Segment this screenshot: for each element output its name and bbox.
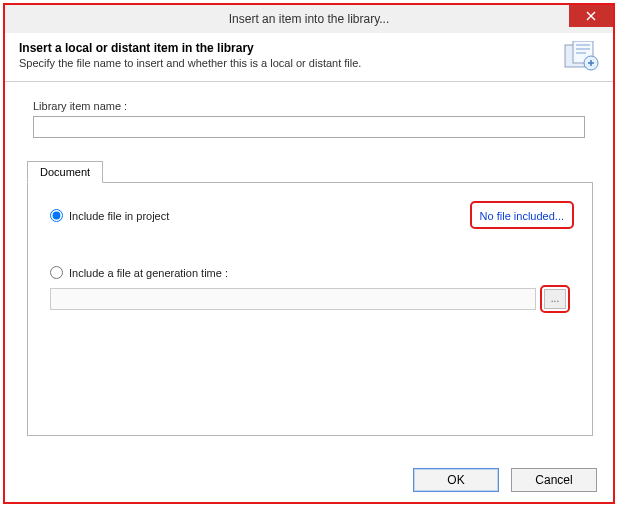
window-title: Insert an item into the library... [5, 12, 613, 26]
dialog-footer: OK Cancel [413, 468, 597, 492]
ok-button[interactable]: OK [413, 468, 499, 492]
titlebar: Insert an item into the library... [5, 5, 613, 33]
header-text: Insert a local or distant item in the li… [19, 41, 555, 69]
cancel-button[interactable]: Cancel [511, 468, 597, 492]
radio-include-project-label: Include file in project [69, 210, 169, 222]
svg-rect-6 [576, 52, 586, 54]
generation-path-input[interactable] [50, 288, 536, 310]
dialog-content: Library item name : Document Include fil… [5, 82, 613, 446]
dialog-header: Insert a local or distant item in the li… [5, 33, 613, 82]
tab-panel-document: Include file in project No file included… [27, 182, 593, 436]
tab-container: Document Include file in project No file… [27, 160, 593, 436]
browse-highlight: ... [540, 285, 570, 313]
close-icon [586, 11, 596, 21]
radio-include-project[interactable] [50, 209, 63, 222]
dialog-window: Insert an item into the library... Inser… [3, 3, 615, 504]
no-file-highlight: No file included... [470, 201, 574, 229]
option-include-gen-row: Include a file at generation time : ... [50, 266, 570, 313]
browse-button[interactable]: ... [544, 289, 566, 309]
radio-include-generation-label: Include a file at generation time : [69, 267, 228, 279]
header-subtitle: Specify the file name to insert and whet… [19, 57, 555, 69]
tab-strip: Document [27, 160, 593, 182]
svg-rect-5 [576, 48, 590, 50]
library-icon [563, 41, 599, 71]
name-label: Library item name : [33, 100, 593, 112]
generation-path-row: ... [50, 285, 570, 313]
header-title: Insert a local or distant item in the li… [19, 41, 555, 55]
svg-rect-4 [576, 44, 590, 46]
tab-document[interactable]: Document [27, 161, 103, 183]
library-item-name-input[interactable] [33, 116, 585, 138]
radio-include-generation[interactable] [50, 266, 63, 279]
no-file-link[interactable]: No file included... [480, 210, 564, 222]
close-button[interactable] [569, 5, 613, 27]
